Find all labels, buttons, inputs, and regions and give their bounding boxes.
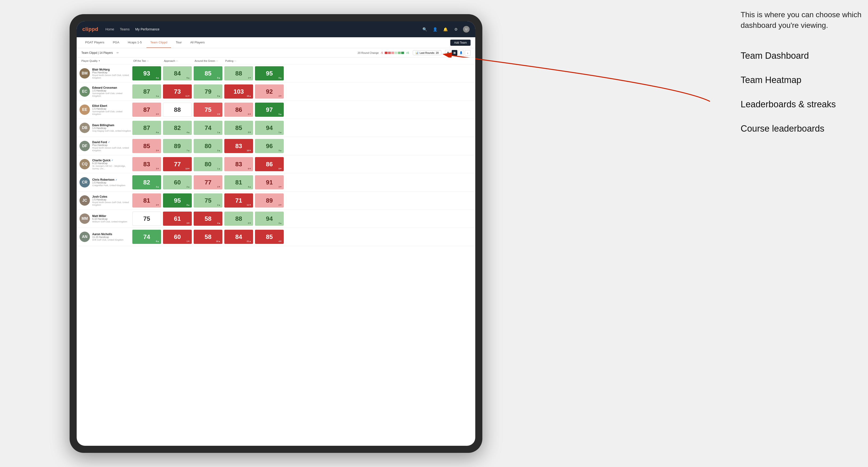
- score-delta: 4▼: [279, 240, 282, 243]
- score-value: 96: [266, 143, 273, 150]
- tablet-frame: clippd Home Teams My Performance 🔍 👤 🔔 ⚙…: [69, 14, 483, 453]
- download-btn[interactable]: ↓: [465, 50, 470, 56]
- nav-links: Home Teams My Performance: [105, 26, 414, 32]
- avatar: MM: [80, 214, 90, 224]
- tab-team-clippd[interactable]: Team Clippd: [147, 37, 171, 48]
- tab-pga[interactable]: PGA: [109, 37, 123, 48]
- avatar[interactable]: U: [463, 26, 470, 33]
- col-around-green[interactable]: Around the Green —: [193, 59, 223, 63]
- player-info-6[interactable]: CRChris Robertson✓1-5 HandicapCraigmilla…: [80, 176, 131, 188]
- col-player-quality[interactable]: Player Quality ▼: [80, 59, 131, 63]
- player-info-1[interactable]: ECEdward Crossman1-5 HandicapSunningdale…: [80, 85, 131, 98]
- col-off-tee[interactable]: Off the Tee —: [131, 59, 162, 63]
- sub-header: Team Clippd | 14 Players ✏ 20 Round Chan…: [76, 48, 475, 58]
- score-delta: 8▲: [217, 76, 220, 79]
- score-value: 83: [144, 161, 150, 168]
- score-value: 58: [205, 233, 212, 241]
- nav-my-performance[interactable]: My Performance: [135, 26, 159, 32]
- player-club: Sunningdale Golf Club, United Kingdom: [92, 110, 131, 115]
- score-delta: 3▼: [217, 113, 220, 115]
- table-row: CQCharlie Quick✓6-10 HandicapSt. George'…: [76, 155, 475, 173]
- score-cell-7-0: 813▼: [132, 193, 161, 208]
- score-cell-4-1: 897▲: [163, 139, 192, 153]
- player-details: Charlie Quick✓6-10 HandicapSt. George's …: [92, 159, 131, 170]
- player-handicap: Plus Handicap: [92, 71, 131, 74]
- score-value: 94: [266, 215, 273, 222]
- score-value: 97: [266, 106, 273, 114]
- player-info-3[interactable]: DBDave Billingham1-5 HandicapGog Magog G…: [80, 122, 131, 134]
- score-value: 85: [266, 233, 273, 241]
- player-info-7[interactable]: JCJosh Coles1-5 HandicapRoyal North Devo…: [80, 194, 131, 207]
- tab-hcaps[interactable]: Hcaps 1-5: [124, 37, 146, 48]
- score-value: 75: [205, 197, 212, 204]
- player-rows-container: BMBlair McHargPlus HandicapRoyal North D…: [76, 64, 475, 246]
- player-info-9[interactable]: ANAaron Nicholls11-15 HandicapDrift Golf…: [80, 231, 131, 243]
- score-delta: 1▼: [248, 76, 251, 79]
- score-delta: 8▲: [156, 240, 159, 243]
- score-cell-4-0: 853▼: [132, 139, 161, 153]
- score-value: 95: [266, 70, 273, 77]
- score-cell-2-3: 866▼: [224, 102, 253, 117]
- score-value: 87: [144, 106, 150, 114]
- score-delta: 6▲: [187, 76, 190, 79]
- player-club: Woburn Golf Club, United Kingdom: [92, 220, 127, 223]
- person-view-btn[interactable]: 👤: [458, 50, 464, 56]
- tabs: PGAT Players PGA Hcaps 1-5 Team Clippd T…: [81, 37, 209, 48]
- player-handicap: 1-5 Handicap: [92, 127, 131, 129]
- score-cell-5-2: 801▲: [194, 157, 222, 171]
- score-value: 82: [174, 124, 181, 132]
- player-info-2[interactable]: EEElliot Ebert1-5 HandicapSunningdale Go…: [80, 103, 131, 116]
- score-cell-8-0: 75: [132, 212, 161, 226]
- score-value: 71: [236, 197, 242, 204]
- col-putting[interactable]: Putting —: [223, 59, 254, 63]
- player-info-8[interactable]: MMMatt Miller6-10 HandicapWoburn Golf Cl…: [80, 213, 131, 225]
- main-content: Player Quality ▼ Off the Tee — Approach …: [76, 58, 475, 446]
- col-approach[interactable]: Approach —: [162, 59, 193, 63]
- player-handicap: 1-5 Handicap: [92, 107, 131, 110]
- score-delta: 1▲: [217, 131, 220, 133]
- score-cell-3-3: 853▼: [224, 121, 253, 135]
- score-cell-6-3: 814▲: [224, 175, 253, 189]
- heatmap-view-btn[interactable]: ▦: [452, 50, 457, 56]
- score-cell-5-0: 833▼: [132, 157, 161, 171]
- player-name: Blair McHarg: [92, 68, 131, 71]
- player-info-0[interactable]: BMBlair McHargPlus HandicapRoyal North D…: [80, 67, 131, 80]
- score-cell-0-3: 881▼: [224, 66, 253, 81]
- last-rounds-button[interactable]: 📊 Last Rounds: 20: [413, 50, 441, 55]
- user-icon[interactable]: 👤: [432, 26, 438, 33]
- score-cell-1-4: 923▼: [255, 85, 284, 99]
- player-info-4[interactable]: DFDavid Ford✓Plus HandicapRoyal North De…: [80, 139, 131, 153]
- tab-tour[interactable]: Tour: [172, 37, 185, 48]
- annotation-team-dashboard: Team Dashboard: [741, 50, 863, 62]
- score-value: 73: [174, 88, 181, 95]
- table-row: EEElliot Ebert1-5 HandicapSunningdale Go…: [76, 101, 475, 119]
- score-cell-6-0: 823▲: [132, 175, 161, 189]
- settings-icon[interactable]: ⚙: [453, 26, 459, 33]
- player-details: David Ford✓Plus HandicapRoyal North Devo…: [92, 141, 131, 152]
- nav-home[interactable]: Home: [105, 26, 114, 32]
- nav-teams[interactable]: Teams: [120, 26, 129, 32]
- score-cell-5-3: 836▼: [224, 157, 253, 171]
- score-delta: 10▲: [216, 240, 220, 243]
- score-cell-3-2: 741▲: [194, 121, 222, 135]
- bell-icon[interactable]: 🔔: [442, 26, 449, 33]
- player-details: Dave Billingham1-5 HandicapGog Magog Gol…: [92, 124, 131, 132]
- tab-pgat[interactable]: PGAT Players: [81, 37, 108, 48]
- score-cell-3-1: 824▲: [163, 121, 192, 135]
- score-value: 80: [205, 143, 212, 150]
- edit-icon[interactable]: ✏: [117, 51, 119, 55]
- search-icon[interactable]: 🔍: [422, 26, 428, 33]
- score-delta: 3▼: [187, 222, 190, 224]
- player-handicap: 6-10 Handicap: [92, 218, 127, 220]
- tab-all-players[interactable]: All Players: [186, 37, 208, 48]
- score-cell-6-4: 913▼: [255, 175, 284, 189]
- score-delta: 2▲: [187, 186, 190, 188]
- player-info-5[interactable]: CQCharlie Quick✓6-10 HandicapSt. George'…: [80, 158, 131, 171]
- add-team-button[interactable]: Add Team: [450, 40, 470, 46]
- nav-icons: 🔍 👤 🔔 ⚙ U: [422, 26, 470, 33]
- grid-view-btn[interactable]: ⊞: [445, 50, 451, 56]
- score-delta: 8▲: [187, 204, 190, 206]
- avatar: EC: [80, 86, 90, 97]
- score-value: 81: [236, 179, 242, 186]
- player-handicap: 11-15 Handicap: [92, 236, 124, 239]
